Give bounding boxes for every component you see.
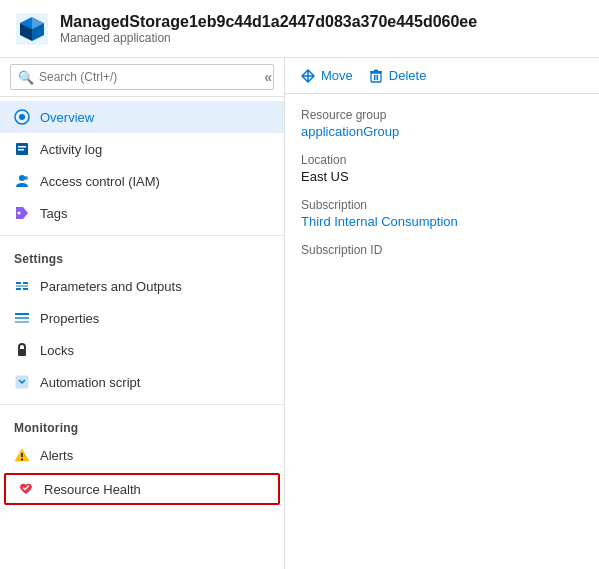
svg-rect-31 xyxy=(376,75,378,80)
delete-label: Delete xyxy=(389,68,427,83)
subscription-row: Subscription Third Internal Consumption xyxy=(301,198,583,229)
svg-rect-17 xyxy=(16,288,21,290)
search-bar: 🔍 « xyxy=(0,58,284,97)
location-row: Location East US xyxy=(301,153,583,184)
content-area: Move Delete Resource group applicationGr… xyxy=(285,58,599,569)
svg-rect-22 xyxy=(18,349,26,356)
divider-1 xyxy=(0,235,284,236)
location-label: Location xyxy=(301,153,583,167)
svg-point-7 xyxy=(19,114,25,120)
activity-log-icon xyxy=(14,141,30,157)
settings-section-label: Settings xyxy=(0,242,284,270)
parameters-label: Parameters and Outputs xyxy=(40,279,182,294)
resource-health-icon xyxy=(18,481,34,497)
activity-log-label: Activity log xyxy=(40,142,102,157)
svg-rect-15 xyxy=(23,282,28,284)
properties-icon xyxy=(14,310,30,326)
svg-rect-20 xyxy=(15,317,29,319)
resource-group-value[interactable]: applicationGroup xyxy=(301,124,583,139)
svg-rect-29 xyxy=(374,69,378,71)
sidebar-item-parameters-outputs[interactable]: Parameters and Outputs xyxy=(0,270,284,302)
sidebar-item-locks[interactable]: Locks xyxy=(0,334,284,366)
access-control-icon xyxy=(14,173,30,189)
app-subtitle: Managed application xyxy=(60,31,477,45)
monitoring-section: Monitoring Alerts Resource Health xyxy=(0,407,284,511)
sidebar-item-overview[interactable]: Overview xyxy=(0,101,284,133)
collapse-button[interactable]: « xyxy=(264,69,272,85)
sidebar: 🔍 « Overview Activity log xyxy=(0,58,285,569)
tags-label: Tags xyxy=(40,206,67,221)
delete-icon xyxy=(369,69,383,83)
automation-label: Automation script xyxy=(40,375,140,390)
location-value: East US xyxy=(301,169,583,184)
top-nav-section: Overview Activity log Access control (IA… xyxy=(0,97,284,233)
monitoring-section-label: Monitoring xyxy=(0,411,284,439)
subscription-label: Subscription xyxy=(301,198,583,212)
tags-icon xyxy=(14,205,30,221)
sidebar-item-alerts[interactable]: Alerts xyxy=(0,439,284,471)
resource-health-label: Resource Health xyxy=(44,482,141,497)
parameters-icon xyxy=(14,278,30,294)
alerts-label: Alerts xyxy=(40,448,73,463)
svg-rect-19 xyxy=(15,313,29,315)
settings-section: Settings Parameters and Outputs Properti… xyxy=(0,238,284,402)
subscription-value[interactable]: Third Internal Consumption xyxy=(301,214,583,229)
move-icon xyxy=(301,69,315,83)
resource-group-label: Resource group xyxy=(301,108,583,122)
sidebar-item-access-control[interactable]: Access control (IAM) xyxy=(0,165,284,197)
svg-rect-10 xyxy=(18,149,24,151)
sidebar-item-properties[interactable]: Properties xyxy=(0,302,284,334)
main-layout: 🔍 « Overview Activity log xyxy=(0,58,599,569)
svg-rect-28 xyxy=(370,71,382,73)
svg-rect-9 xyxy=(18,146,26,148)
move-button[interactable]: Move xyxy=(301,68,353,83)
locks-label: Locks xyxy=(40,343,74,358)
svg-rect-25 xyxy=(21,453,23,457)
svg-point-12 xyxy=(24,176,28,180)
info-section: Resource group applicationGroup Location… xyxy=(285,94,599,285)
access-control-label: Access control (IAM) xyxy=(40,174,160,189)
properties-label: Properties xyxy=(40,311,99,326)
toolbar: Move Delete xyxy=(285,58,599,94)
automation-icon xyxy=(14,374,30,390)
svg-rect-26 xyxy=(21,459,23,461)
svg-rect-30 xyxy=(374,75,376,80)
svg-rect-27 xyxy=(371,73,381,82)
subscription-id-row: Subscription ID xyxy=(301,243,583,257)
locks-icon xyxy=(14,342,30,358)
sidebar-item-tags[interactable]: Tags xyxy=(0,197,284,229)
svg-rect-21 xyxy=(15,321,29,323)
app-title: ManagedStorage1eb9c44d1a2447d083a370e445… xyxy=(60,12,477,31)
overview-label: Overview xyxy=(40,110,94,125)
app-icon xyxy=(14,11,50,47)
app-header: ManagedStorage1eb9c44d1a2447d083a370e445… xyxy=(0,0,599,58)
svg-rect-16 xyxy=(16,285,28,287)
search-input[interactable] xyxy=(10,64,274,90)
subscription-id-label: Subscription ID xyxy=(301,243,583,257)
sidebar-item-automation-script[interactable]: Automation script xyxy=(0,366,284,398)
header-text-block: ManagedStorage1eb9c44d1a2447d083a370e445… xyxy=(60,12,477,45)
svg-rect-18 xyxy=(23,288,28,290)
sidebar-item-activity-log[interactable]: Activity log xyxy=(0,133,284,165)
alerts-icon xyxy=(14,447,30,463)
svg-rect-14 xyxy=(16,282,21,284)
overview-icon xyxy=(14,109,30,125)
delete-button[interactable]: Delete xyxy=(369,68,427,83)
move-label: Move xyxy=(321,68,353,83)
resource-group-row: Resource group applicationGroup xyxy=(301,108,583,139)
sidebar-item-resource-health[interactable]: Resource Health xyxy=(4,473,280,505)
svg-point-13 xyxy=(18,212,21,215)
divider-2 xyxy=(0,404,284,405)
